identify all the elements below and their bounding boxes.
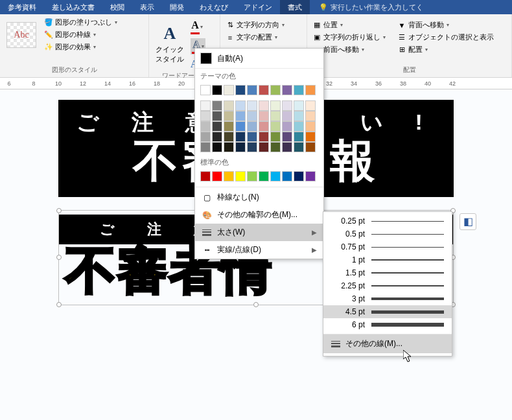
more-colors-row[interactable]: 🎨その他の輪郭の色(M)... xyxy=(195,206,323,224)
color-swatch[interactable] xyxy=(224,111,234,121)
color-swatch[interactable] xyxy=(294,100,304,111)
color-swatch[interactable] xyxy=(247,121,257,132)
tab-review[interactable]: 校閲 xyxy=(102,0,132,14)
tab-format[interactable]: 書式 xyxy=(280,0,310,14)
color-swatch[interactable] xyxy=(294,121,304,132)
weight-option[interactable]: 1 pt xyxy=(323,253,452,266)
color-swatch[interactable] xyxy=(224,142,234,152)
color-swatch[interactable] xyxy=(224,171,234,181)
color-swatch[interactable] xyxy=(247,85,257,95)
color-swatch[interactable] xyxy=(259,132,269,142)
color-swatch[interactable] xyxy=(224,132,234,142)
dashes-row[interactable]: ┅実線/点線(D)▶ xyxy=(195,241,323,259)
color-swatch[interactable] xyxy=(282,121,292,132)
more-lines-row[interactable]: その他の線(M)... xyxy=(323,334,452,353)
color-swatch[interactable] xyxy=(270,142,281,152)
weight-option[interactable]: 2.25 pt xyxy=(323,279,452,292)
color-swatch[interactable] xyxy=(212,142,222,152)
color-swatch[interactable] xyxy=(235,85,246,95)
color-swatch[interactable] xyxy=(259,142,269,152)
color-swatch[interactable] xyxy=(200,121,211,132)
color-swatch[interactable] xyxy=(247,171,257,181)
color-swatch[interactable] xyxy=(200,111,211,121)
wrap-text-button[interactable]: ▣文字列の折り返し▾ xyxy=(311,32,387,43)
color-swatch[interactable] xyxy=(305,85,316,95)
color-swatch[interactable] xyxy=(259,100,269,111)
color-swatch[interactable] xyxy=(200,100,211,111)
color-swatch[interactable] xyxy=(259,85,269,95)
color-swatch[interactable] xyxy=(235,142,246,152)
color-swatch[interactable] xyxy=(224,121,234,132)
color-swatch[interactable] xyxy=(259,121,269,132)
color-swatch[interactable] xyxy=(282,100,292,111)
resize-handle-nw[interactable] xyxy=(56,208,62,213)
color-swatch[interactable] xyxy=(270,85,281,95)
color-swatch[interactable] xyxy=(200,132,211,142)
color-swatch[interactable] xyxy=(259,111,269,121)
color-swatch[interactable] xyxy=(200,85,211,95)
color-swatch[interactable] xyxy=(305,171,316,181)
tab-mailings[interactable]: 差し込み文書 xyxy=(44,0,102,14)
color-swatch[interactable] xyxy=(235,100,246,111)
color-swatch[interactable] xyxy=(270,121,281,132)
color-swatch[interactable] xyxy=(200,142,211,152)
weight-option[interactable]: 0.5 pt xyxy=(323,228,452,240)
color-swatch[interactable] xyxy=(282,171,292,181)
quick-styles-button[interactable]: A クイック スタイル xyxy=(153,17,187,70)
no-outline-row[interactable]: ▢枠線なし(N) xyxy=(195,189,323,206)
color-swatch[interactable] xyxy=(282,132,292,142)
color-swatch[interactable] xyxy=(282,142,292,152)
color-swatch[interactable] xyxy=(294,85,304,95)
color-swatch[interactable] xyxy=(294,171,304,181)
color-swatch[interactable] xyxy=(247,132,257,142)
color-swatch[interactable] xyxy=(305,111,316,121)
weight-option[interactable]: 0.75 pt xyxy=(323,240,452,253)
shape-fill-button[interactable]: 🪣図形の塗りつぶし▾ xyxy=(43,17,119,28)
tab-developer[interactable]: 開発 xyxy=(162,0,192,14)
weight-option[interactable]: 4.5 pt xyxy=(323,305,452,318)
send-backward-button[interactable]: ▼背面へ移動▾ xyxy=(396,19,495,30)
weight-option[interactable]: 3 pt xyxy=(323,292,452,305)
color-swatch[interactable] xyxy=(247,142,257,152)
color-swatch[interactable] xyxy=(224,85,234,95)
color-swatch[interactable] xyxy=(212,85,222,95)
color-swatch[interactable] xyxy=(235,171,246,181)
color-swatch[interactable] xyxy=(270,132,281,142)
align-button[interactable]: ⊞配置▾ xyxy=(396,44,495,55)
color-swatch[interactable] xyxy=(270,100,281,111)
color-swatch[interactable] xyxy=(270,111,281,121)
tab-view[interactable]: 表示 xyxy=(132,0,162,14)
color-swatch[interactable] xyxy=(212,100,222,111)
color-swatch[interactable] xyxy=(212,121,222,132)
resize-handle-w[interactable] xyxy=(56,255,62,260)
outline-auto-row[interactable]: 自動(A) xyxy=(195,49,323,69)
shape-effects-button[interactable]: ✨図形の効果▾ xyxy=(43,41,119,52)
tell-me-search[interactable]: 💡実行したい作業を入力してく xyxy=(315,0,427,14)
tab-custom[interactable]: わえなび xyxy=(192,0,236,14)
color-swatch[interactable] xyxy=(247,100,257,111)
color-swatch[interactable] xyxy=(305,142,316,152)
tab-addin[interactable]: アドイン xyxy=(236,0,280,14)
weight-option[interactable]: 1.5 pt xyxy=(323,266,452,279)
shape-style-gallery[interactable]: Abc xyxy=(4,17,39,52)
color-swatch[interactable] xyxy=(305,121,316,132)
weight-row[interactable]: 太さ(W)▶ xyxy=(195,224,323,241)
selection-pane-button[interactable]: ☰オブジェクトの選択と表示 xyxy=(396,32,495,43)
color-swatch[interactable] xyxy=(224,100,234,111)
color-swatch[interactable] xyxy=(282,111,292,121)
layout-options-button[interactable]: ◧ xyxy=(460,213,476,230)
shape-outline-button[interactable]: ✏️図形の枠線▾ xyxy=(43,29,119,40)
color-swatch[interactable] xyxy=(247,111,257,121)
color-swatch[interactable] xyxy=(212,132,222,142)
color-swatch[interactable] xyxy=(235,132,246,142)
color-swatch[interactable] xyxy=(294,111,304,121)
text-fill-button[interactable]: A▾ xyxy=(191,19,205,34)
weight-option[interactable]: 6 pt xyxy=(323,318,452,331)
color-swatch[interactable] xyxy=(270,171,281,181)
text-direction-button[interactable]: ⇅文字列の方向▾ xyxy=(224,19,303,30)
position-button[interactable]: ▦位置▾ xyxy=(311,19,387,30)
color-swatch[interactable] xyxy=(305,100,316,111)
color-swatch[interactable] xyxy=(212,171,222,181)
color-swatch[interactable] xyxy=(235,111,246,121)
color-swatch[interactable] xyxy=(305,132,316,142)
